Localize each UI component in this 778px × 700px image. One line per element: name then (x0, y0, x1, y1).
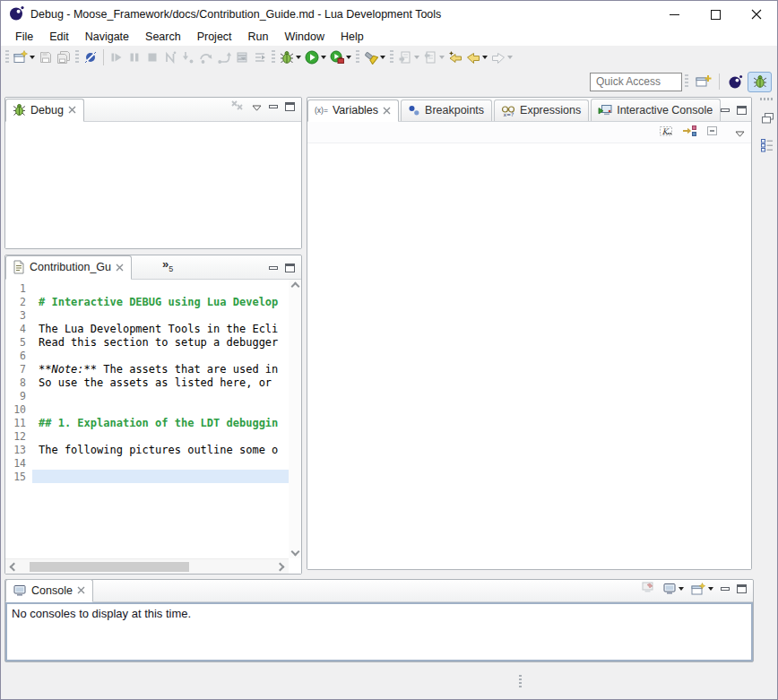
tab-debug[interactable]: Debug (5, 99, 84, 122)
collapse-all-button[interactable] (705, 124, 720, 142)
code-area[interactable]: 1 2# Interactive DEBUG using Lua Develop… (5, 280, 289, 558)
step-return-button[interactable] (215, 48, 233, 67)
run-dropdown-icon[interactable] (321, 56, 326, 59)
open-console-dropdown-icon[interactable] (708, 587, 713, 591)
code-line[interactable]: 9 (5, 389, 289, 402)
tab-debug-close-icon[interactable] (68, 106, 76, 114)
toolbar-handle[interactable] (390, 50, 393, 65)
editor-maximize-button[interactable] (285, 264, 295, 272)
menu-file[interactable]: File (7, 30, 41, 44)
search-dropdown-icon[interactable] (380, 56, 385, 59)
previous-annotation-dropdown-icon[interactable] (439, 56, 445, 59)
forward-button[interactable] (489, 48, 514, 67)
menu-run[interactable]: Run (240, 30, 277, 44)
horizontal-scrollbar-thumb[interactable] (30, 562, 189, 572)
forward-dropdown-icon[interactable] (507, 56, 513, 59)
tab-interactive-console[interactable]: Interactive Console (591, 99, 721, 121)
window-close-button[interactable] (736, 1, 777, 28)
menu-navigate[interactable]: Navigate (77, 30, 137, 44)
strip-drag-handle[interactable] (760, 98, 774, 100)
scroll-left-icon[interactable] (10, 563, 19, 572)
code-line[interactable]: 6 (5, 349, 289, 362)
debug-view-minimize-button[interactable] (269, 105, 278, 108)
window-maximize-button[interactable] (695, 1, 736, 28)
outline-view-button[interactable] (757, 136, 777, 154)
menu-project[interactable]: Project (189, 30, 240, 44)
tab-console-close-icon[interactable] (77, 586, 85, 594)
editor-horizontal-scrollbar[interactable] (5, 558, 289, 574)
editor-minimize-button[interactable] (269, 266, 278, 270)
debug-view-menu-button[interactable] (252, 99, 262, 115)
code-line[interactable]: 14 (5, 456, 289, 470)
code-line[interactable]: 13The following pictures outline some o (5, 443, 289, 456)
debug-dropdown-icon[interactable] (296, 56, 301, 59)
code-line[interactable]: 1 (5, 281, 289, 295)
step-over-button[interactable] (197, 48, 215, 67)
next-annotation-button[interactable] (396, 48, 421, 67)
toolbar-handle[interactable] (75, 50, 79, 65)
code-line[interactable]: 7**Note:** The assets that are used in (5, 362, 289, 376)
disconnect-button[interactable] (161, 48, 179, 67)
hidden-editors-chevron[interactable]: »5 (162, 257, 173, 279)
menu-search[interactable]: Search (137, 30, 189, 44)
suspend-button[interactable] (125, 48, 143, 67)
display-selected-console-button[interactable] (662, 583, 684, 595)
step-into-button[interactable] (179, 48, 197, 67)
skip-all-breakpoints-button[interactable] (82, 48, 99, 67)
status-bar-drag-handle[interactable] (519, 675, 522, 689)
code-line-current[interactable]: 15 (5, 470, 289, 483)
editor-body[interactable]: 1 2# Interactive DEBUG using Lua Develop… (5, 280, 301, 574)
restore-view-button[interactable] (757, 109, 777, 127)
open-perspective-button[interactable] (691, 72, 715, 92)
menu-window[interactable]: Window (277, 30, 333, 44)
code-line[interactable]: 4The Lua Development Tools in the Ecli (5, 322, 289, 335)
search-button[interactable] (362, 48, 387, 67)
new-button[interactable] (12, 48, 37, 67)
variables-maximize-button[interactable] (737, 106, 747, 115)
scroll-up-icon[interactable] (290, 282, 299, 291)
quick-access-input[interactable] (590, 73, 682, 91)
code-line[interactable]: 8So use the assets as listed here, or (5, 376, 289, 389)
new-dropdown-icon[interactable] (30, 56, 35, 59)
console-maximize-button[interactable] (737, 584, 747, 593)
code-line[interactable]: 11## 1. Explanation of the LDT debuggin (5, 416, 289, 429)
scroll-down-icon[interactable] (290, 548, 299, 557)
save-all-button[interactable] (55, 48, 73, 67)
code-line[interactable]: 12 (5, 429, 289, 443)
variables-view-menu-button[interactable] (735, 125, 745, 141)
pin-console-button[interactable] (641, 581, 655, 597)
external-tools-button[interactable] (328, 48, 353, 67)
save-button[interactable] (37, 48, 55, 67)
tab-variables-close-icon[interactable] (383, 107, 391, 115)
debug-button[interactable] (278, 48, 303, 67)
toolbar-handle[interactable] (685, 74, 688, 89)
drop-to-frame-button[interactable] (233, 48, 251, 67)
tab-variables[interactable]: (x)= Variables (307, 99, 399, 122)
code-line[interactable]: 2# Interactive DEBUG using Lua Develop (5, 295, 289, 308)
console-minimize-button[interactable] (721, 587, 730, 591)
code-line[interactable]: 5Read this section to setup a debugger (5, 335, 289, 349)
tab-contribution-guide[interactable]: Contribution_Gu (5, 255, 132, 280)
toolbar-handle[interactable] (5, 50, 9, 65)
window-minimize-button[interactable] (653, 1, 695, 28)
open-console-button[interactable] (691, 583, 713, 596)
remove-all-terminated-button[interactable] (230, 99, 245, 115)
variables-minimize-button[interactable] (721, 108, 730, 112)
previous-annotation-button[interactable] (421, 48, 446, 67)
scroll-right-icon[interactable] (276, 563, 285, 572)
toolbar-handle[interactable] (272, 50, 275, 65)
display-console-dropdown-icon[interactable] (679, 587, 684, 591)
tab-expressions[interactable]: x=? Expressions (494, 99, 589, 121)
menu-help[interactable]: Help (333, 30, 372, 44)
code-line[interactable]: 10 (5, 402, 289, 416)
tab-breakpoints[interactable]: Breakpoints (401, 99, 492, 121)
toolbar-handle[interactable] (356, 50, 359, 65)
next-annotation-dropdown-icon[interactable] (414, 56, 419, 59)
external-tools-dropdown-icon[interactable] (346, 56, 351, 59)
use-step-filters-button[interactable] (251, 48, 269, 67)
resume-button[interactable] (108, 48, 125, 67)
show-type-names-button[interactable]: K (659, 124, 674, 142)
back-button[interactable] (464, 48, 489, 67)
debug-perspective-button[interactable] (748, 72, 772, 92)
tab-console[interactable]: Console (5, 579, 93, 602)
